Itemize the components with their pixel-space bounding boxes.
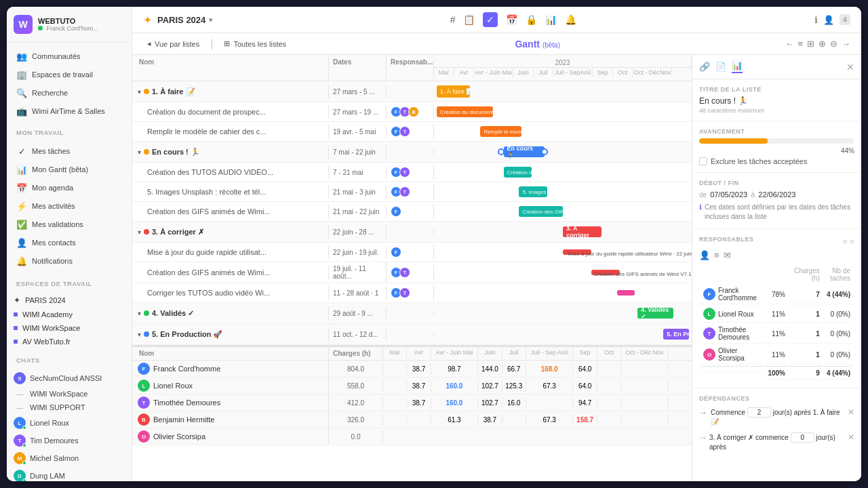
chat-wimi-support[interactable]: — WIMI SUPPORT <box>7 401 132 414</box>
sidebar-item-notifications[interactable]: 🔔 Notifications <box>9 252 129 270</box>
bell-icon[interactable]: 🔔 <box>565 14 576 25</box>
hash-icon[interactable]: # <box>450 14 456 25</box>
sidebar-item-communautes[interactable]: 👥 Communautés <box>9 47 129 65</box>
subbar-right: ← ≡ ⊞ ⊕ ⊖ → <box>785 39 850 49</box>
toutes-les-listes-btn[interactable]: ⊞ Toutes les listes <box>220 37 290 50</box>
lionel-summary-avatar: L <box>138 380 150 392</box>
valides-timeline: 4. Validés ✓ <box>434 303 692 323</box>
workspace-paris2024[interactable]: ✦ PARIS 2024 <box>7 293 132 308</box>
resp-percent-franck: 78% <box>765 285 788 304</box>
espaces-icon: 🏢 <box>16 69 27 80</box>
zoom-out-icon[interactable]: ⊖ <box>830 39 837 49</box>
toggle-enproduction[interactable]: ▾ <box>138 331 141 338</box>
toggle-afaire[interactable]: ▾ <box>138 88 141 96</box>
sidebar-item-mes-contacts[interactable]: 👤 Mes contacts <box>9 234 129 251</box>
exclude-checkbox[interactable] <box>699 157 707 165</box>
resp-total-row: 100% 9 4 (44%) <box>701 366 853 380</box>
toggle-valides[interactable]: ▾ <box>138 310 141 317</box>
sidebar-item-airtime[interactable]: 📺 Wimi AirTime & Salles <box>9 102 129 120</box>
olivier-summary-label: Olivier Scorsipa <box>153 432 205 441</box>
main-content: ✦ PARIS 2024 ▾ # 📋 ✓ 📅 🔒 📊 🔔 ℹ 👤 4 <box>132 7 861 481</box>
paris2024-label: PARIS 2024 <box>25 296 66 304</box>
nav-right-icon[interactable]: → <box>842 39 850 49</box>
month-oct-dec: Oct - DécNov <box>633 68 672 77</box>
franck-sep: 64.0 <box>573 363 597 375</box>
vue-par-listes-btn[interactable]: ◂ Vue par listes <box>143 37 203 50</box>
panel-chart-icon[interactable]: 📊 <box>732 60 743 73</box>
toggle-acorriger[interactable]: ▾ <box>138 228 141 236</box>
nav-left-icon[interactable]: ← <box>785 39 793 49</box>
workspace-wimi-academy[interactable]: WIMI Academy <box>7 308 132 321</box>
lock-icon[interactable]: 🔒 <box>526 14 537 25</box>
dep-item-1: → Commence jour(s) après 1. À faire 📝 ✕ <box>699 407 854 427</box>
gantt-timeline-header: 2023 Mar Avr Avr - Juin Mai Juin Juil Ju… <box>434 55 692 81</box>
resp-toggle-radio2[interactable]: ○ <box>850 237 854 245</box>
sidebar-item-mes-activites[interactable]: ⚡ Mes activités <box>9 197 129 215</box>
chat-lionel[interactable]: L Lionel Roux <box>7 414 132 432</box>
workspace-av-webtuto[interactable]: AV WebTuto.fr <box>7 335 132 348</box>
list-view-icon[interactable]: ≡ <box>797 39 803 49</box>
chat-secnumcloud[interactable]: S SecNumCloud ANSSI <box>7 369 132 387</box>
resp-add-icon[interactable]: 👤 <box>699 250 710 260</box>
gifs-acorriger-avatar-t: T <box>399 267 410 278</box>
dep-close-2[interactable]: ✕ <box>848 432 854 442</box>
franck-oct <box>597 363 621 375</box>
panel-link-icon[interactable]: 🔗 <box>699 62 710 72</box>
count-badge: 4 <box>840 14 850 25</box>
user-online-dot <box>38 26 43 30</box>
calendar-icon[interactable]: 📅 <box>506 14 517 25</box>
resp-toggle-radio1[interactable]: ○ <box>843 237 848 245</box>
guide-timeline: Mise à jour du guide rapide utilisateur … <box>434 243 692 262</box>
resp-nb-lionel: 0 (0%) <box>824 306 853 323</box>
corriger-tutos-dates: 11 - 28 août · 1 <box>329 287 387 300</box>
dep-close-1[interactable]: ✕ <box>848 407 854 417</box>
summary-month-empty <box>669 347 692 360</box>
chart-icon[interactable]: 📊 <box>545 14 557 25</box>
toggle-encours[interactable]: ▾ <box>138 148 141 156</box>
panel-doc-icon[interactable]: 📄 <box>715 62 726 72</box>
chat-dung[interactable]: D Dung LAM <box>7 467 132 481</box>
task-row-gifs-encours: Création des GIFS animés de Wimi... 21 m… <box>132 202 692 222</box>
summary-col-name: Nom <box>132 347 329 360</box>
date-to-label: à <box>751 190 755 199</box>
sidebar-header: W WEBTUTO Franck Cord'hom... <box>7 7 132 43</box>
check-gantt-icon[interactable]: ✓ <box>483 12 498 27</box>
dep-dashed-icon: ⤑ <box>699 433 706 443</box>
wimi-workspace-chat-label: WIMI WorkSpace <box>30 390 87 398</box>
sidebar-item-mon-agenda[interactable]: 📅 Mon agenda <box>9 179 129 197</box>
sidebar-item-mes-taches[interactable]: ✓ Mes tâches <box>9 142 129 160</box>
sidebar-item-mon-gantt[interactable]: 📊 Mon Gantt (bêta) <box>9 161 129 178</box>
gifs-encours-avatars: F <box>391 206 401 217</box>
tutos-timeline: Création des TUTOS AUDIO VIDEOS Wimi V7.… <box>434 163 692 182</box>
resp-percent-lionel: 11% <box>765 306 788 323</box>
resp-mail-icon[interactable]: ✉ <box>724 250 731 260</box>
clipboard-icon[interactable]: 📋 <box>463 14 475 25</box>
gifs-encours-resp: F <box>387 203 434 220</box>
resp-row-olivier: O Olivier Scorsipa 11% 1 0 (0%) <box>701 345 853 365</box>
sidebar-item-mes-validations[interactable]: ✅ Mes validations <box>9 216 129 233</box>
zoom-in-icon[interactable]: ⊕ <box>818 39 826 49</box>
panel-close-btn[interactable]: ✕ <box>846 62 854 73</box>
chat-tim[interactable]: T Tim Demoures <box>7 432 132 449</box>
chat-wimi-workspace[interactable]: — WIMI WorkSpace <box>7 387 132 401</box>
lionel-online-dot <box>22 426 26 430</box>
workspace-wimi-workspace[interactable]: WIMI WorkSpace <box>7 321 132 335</box>
dep-input-2[interactable] <box>791 432 814 443</box>
guide-bar-label: Mise à jour du guide rapide utilisateur … <box>568 251 692 257</box>
grid-view-icon[interactable]: ⊞ <box>807 39 814 49</box>
resp-row-timothee: T Timothée Demoures 11% 1 0 (0%) <box>701 324 853 344</box>
dep-input-1[interactable] <box>747 407 771 418</box>
acorriger-status-dot <box>144 229 149 235</box>
resp-list-icon[interactable]: ≡ <box>714 250 719 260</box>
info-icon[interactable]: ℹ <box>814 15 818 25</box>
images-dates: 21 mai - 3 juin <box>329 186 387 199</box>
summary-row-franck: F Franck Cord'homme 804.0 38.7 98.7 144.… <box>132 361 692 378</box>
user-icon[interactable]: 👤 <box>823 15 834 25</box>
guide-dates: 22 juin - 19 juil. <box>329 246 387 259</box>
workspace-icon: ✦ <box>143 14 152 26</box>
chevron-down-icon[interactable]: ▾ <box>209 16 212 24</box>
sidebar-item-recherche[interactable]: 🔍 Recherche <box>9 84 129 102</box>
sidebar-item-espaces[interactable]: 🏢 Espaces de travail <box>9 66 129 83</box>
dep-ref-2: 3. À corriger ✗ commence <box>709 434 789 441</box>
chat-michel-salmon1[interactable]: M Michel Salmon <box>7 449 132 467</box>
